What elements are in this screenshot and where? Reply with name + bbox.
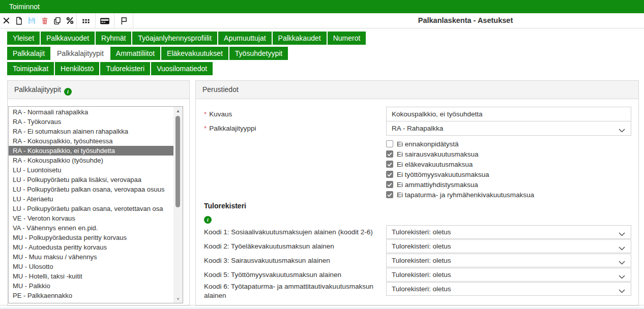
list-item[interactable]: RA - Kokouspalkkio (työsuhde) [9,156,173,165]
koodi-row: Koodi 3: Sairausvakuutusmaksun alainenTu… [204,254,631,267]
select-value: Tulorekisteri: oletus [392,257,451,264]
palkkalajityyppi-select[interactable]: RA - Rahapalkka [386,121,631,136]
tab-toimipaikat[interactable]: Toimipaikat [7,62,54,75]
tab-row: PalkkalajitPalkkalajityypitAmmattiliitot… [7,47,640,60]
unchecked-checkbox[interactable] [386,140,393,147]
list-item[interactable]: MU - Palkkio [9,281,173,291]
select-value: Tulorekisteri: oletus [392,271,451,279]
left-panel-header: Palkkalajityypiti [8,81,189,99]
checked-checkbox[interactable] [386,181,393,188]
koodi-row: Koodi 2: Työeläkevakuutusmaksun alainenT… [204,239,631,253]
right-panel-header: Perustiedot [196,81,638,99]
basic-info-form: * Kuvaus * Palkkalajityyppi RA - Rahapal… [196,99,638,305]
info-icon[interactable]: i [64,88,72,96]
left-panel-title: Palkkalajityypit [14,85,61,94]
checked-checkbox[interactable] [386,150,393,158]
checked-checkbox[interactable] [386,161,393,168]
list-item[interactable]: RA - Työkorvaus [9,117,173,127]
list-item[interactable]: VA - Vähennys ennen en.pid. [9,223,173,233]
window-title: Palkanlaskenta - Asetukset [356,13,575,28]
checked-checkbox[interactable] [386,191,393,198]
tab-ammattiliitot[interactable]: Ammattiliitot [110,47,160,60]
kuvaus-input[interactable] [386,107,631,121]
tab-palkkalajityypit[interactable]: Palkkalajityypit [51,47,109,60]
list-item[interactable]: LU - Ateriaetu [9,194,173,204]
scroll-up-icon[interactable]: ▲ [173,108,183,115]
koodi-3-select[interactable]: Tulorekisteri: oletus [386,254,631,267]
koodi-label: Koodi 3: Sairausvakuutusmaksun alainen [204,256,386,265]
tab-numerot[interactable]: Numerot [328,32,366,45]
scroll-thumb[interactable] [175,116,180,207]
tulorekisteri-heading: Tulorekisteri [204,202,631,210]
list-item[interactable]: LU - Luontoisetu [9,165,173,175]
tab-el-kevakuutukset[interactable]: Eläkevakuutukset [161,47,228,60]
checked-checkbox[interactable] [386,171,393,178]
flag-button[interactable] [114,13,133,28]
chevron-down-icon [619,259,625,266]
checkbox-label: Ei tapaturma- ja ryhmähenkivakuutusmaksu… [397,191,534,199]
percent-button[interactable] [64,13,76,28]
new-document-icon [15,16,23,25]
tab-tulorekisteri[interactable]: Tulorekisteri [100,62,150,75]
menu-toiminnot[interactable]: Toiminnot [4,0,45,13]
new-document-button[interactable] [13,13,25,28]
list-item[interactable]: RA - Normaali rahapalkka [9,107,173,117]
close-icon [2,16,11,25]
tab-ty-ajanlyhennysprofiilit[interactable]: Työajanlyhennysprofiilit [132,32,217,45]
tab-henkil-st[interactable]: Henkilöstö [55,62,99,75]
card-button[interactable] [96,13,114,28]
chevron-down-icon [619,244,625,252]
tab-palkkalajit[interactable]: Palkkalajit [7,47,50,60]
tab-yleiset[interactable]: Yleiset [7,32,40,45]
delete-icon [41,16,49,25]
close-button[interactable] [0,13,13,28]
koodi-5-select[interactable]: Tulorekisteri: oletus [386,282,631,296]
info-icon[interactable]: i [204,216,212,224]
left-panel: Palkkalajityypiti RA - Normaali rahapalk… [7,80,190,306]
grid-button[interactable] [77,13,95,28]
delete-button[interactable] [38,13,51,28]
koodi-label: Koodi 1: Sosiaalivakuutusmaksujen alaine… [204,228,386,237]
list-item[interactable]: VE - Veroton korvaus [9,213,173,223]
tab-vuosilomatiedot[interactable]: Vuosilomatiedot [151,62,213,75]
tab-ty-suhdetyypit[interactable]: Työsuhdetyypit [229,47,288,60]
tab-ryhm-t[interactable]: Ryhmät [96,32,131,45]
list-scrollbar[interactable]: ▲ ▼ [173,107,183,303]
list-item[interactable]: LU - Polkupyöräetu palka lisäksi, verova… [9,175,173,184]
checkbox-label: Ei ennakonpidätystä [397,140,459,148]
tab-palkkavuodet[interactable]: Palkkavuodet [41,32,95,45]
required-marker: * [204,125,207,132]
chevron-down-icon [619,287,625,295]
grid-icon [81,16,91,25]
list-item[interactable]: MU - Autoedusta peritty korvaus [9,242,173,252]
list-item[interactable]: RA - Kokouspalkkio, työsuhteessa [9,136,173,146]
wage-type-listbox: RA - Normaali rahapalkkaRA - TyökorvausR… [8,106,183,303]
list-item[interactable]: MU - Ulosotto [9,262,173,271]
copy-button[interactable] [51,13,64,28]
checkbox-label: Ei ammattiyhdistysmaksua [397,181,478,189]
tab-bar: YleisetPalkkavuodetRyhmätTyöajanlyhennys… [7,32,640,77]
list-item[interactable]: RA - Kokouspalkkio, ei työsuhdetta [9,146,173,156]
tab-palkkakaudet[interactable]: Palkkakaudet [273,32,327,45]
scroll-down-icon[interactable]: ▼ [173,296,183,303]
list-item[interactable]: LU - Polkupyöräetu palkan osana, verotet… [9,204,173,213]
koodi-row: Koodi 1: Sosiaalivakuutusmaksujen alaine… [204,225,631,239]
chevron-down-icon [619,127,625,134]
koodi-4-select[interactable]: Tulorekisteri: oletus [386,268,631,282]
list-item[interactable]: MU - Polkupyöräedusta peritty korvaus [9,233,173,242]
required-marker: * [204,110,207,118]
list-item[interactable]: PE - Palkkaennakko [9,291,173,300]
flag-icon [120,16,128,25]
left-panel-body: RA - Normaali rahapalkkaRA - TyökorvausR… [8,99,189,305]
list-item[interactable]: MU - Muu maksu / vähennys [9,252,173,262]
list-item[interactable]: RA - Ei sotumaksun alainen rahapalkka [9,127,173,136]
toolbar-separator [133,13,133,28]
checkbox-group: Ei ennakonpidätystäEi sairausvakuutusmak… [386,136,631,200]
tab-apumuuttujat[interactable]: Apumuuttujat [218,32,272,45]
koodi-1-select[interactable]: Tulorekisteri: oletus [386,225,631,239]
list-item[interactable]: LU - Polkupyöräetu palkan osana, verovap… [9,184,173,194]
koodi-row: Koodi 6: Työtapaturma- ja ammattitautiva… [204,282,631,300]
koodi-2-select[interactable]: Tulorekisteri: oletus [386,239,631,253]
save-button[interactable] [25,13,38,28]
list-item[interactable]: MU - Hotelli, taksi -kuitit [9,271,173,281]
